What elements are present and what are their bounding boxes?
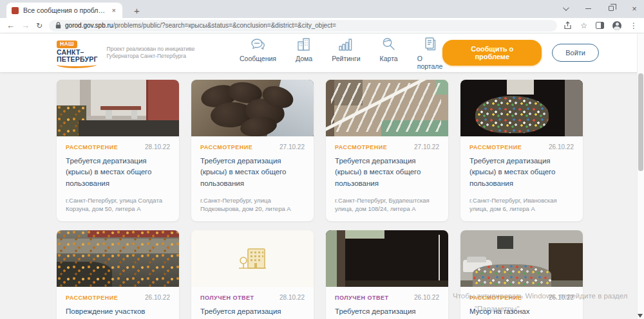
card-address: г.Санкт-Петербург, Будапештская улица, д… <box>335 196 439 214</box>
status-badge: РАССМОТРЕНИЕ <box>66 144 118 150</box>
nav-label: Карта <box>380 55 398 62</box>
card-photo-dark-hallway <box>326 230 448 287</box>
favicon <box>12 7 19 14</box>
status-badge: РАССМОТРЕНИЕ <box>66 295 118 301</box>
window-chevron-icon[interactable] <box>560 4 569 13</box>
nav-label: Рейтинги <box>332 55 360 62</box>
reports-grid: РАССМОТРЕНИЕ 28.10.22 Требуется дератиза… <box>0 72 644 319</box>
window-close-button[interactable]: × <box>630 4 639 13</box>
share-icon[interactable] <box>564 21 572 30</box>
card-title: Требуется дератизация (крысы) в местах о… <box>335 156 439 189</box>
nav-label: Дома <box>296 55 312 62</box>
site-logo[interactable]: НАШ САНКТ– ПЕТЕРБУРГ <box>57 37 98 68</box>
card-title: Требуется дератизация (крысы) в местах о… <box>335 306 439 319</box>
card-date: 26.10.22 <box>414 294 439 301</box>
report-card[interactable]: РАССМОТРЕНИЕ 26.10.22 Повреждение участк… <box>57 230 179 319</box>
header-tagline: Проект реализован по инициативе Губернат… <box>107 46 197 60</box>
documents-icon <box>422 36 439 53</box>
card-date: 26.10.22 <box>145 294 170 301</box>
status-badge: РАССМОТРЕНИЕ <box>469 144 522 150</box>
card-address: г.Санкт-Петербург, Ивановская улица, дом… <box>469 196 574 214</box>
report-card[interactable]: РАССМОТРЕНИЕ 26.10.22 Требуется дератиза… <box>460 80 583 221</box>
card-date: 27.10.22 <box>414 143 439 150</box>
card-photo-placeholder <box>191 230 314 287</box>
report-card[interactable]: РАССМОТРЕНИЕ 28.10.22 Требуется дератиза… <box>57 80 179 221</box>
address-bar[interactable]: gorod.gov.spb.ru/problems/public/?search… <box>49 20 557 32</box>
login-button[interactable]: Войти <box>552 44 599 62</box>
tab-title: Все сообщения о проблемах — <box>23 6 106 14</box>
card-title: Требуется дератизация (крысы) в местах о… <box>200 156 305 189</box>
forward-button[interactable]: → <box>21 21 30 30</box>
url-text: gorod.gov.spb.ru/problems/public/?search… <box>65 22 336 29</box>
browser-menu-icon[interactable]: ⋮ <box>630 21 638 30</box>
window-minimize-button[interactable] <box>583 4 592 13</box>
report-card[interactable]: РАССМОТРЕНИЕ 27.10.22 Требуется дератиза… <box>326 80 448 221</box>
report-card[interactable]: ПОЛУЧЕН ОТВЕТ 26.10.22 Требуется дератиз… <box>326 230 448 319</box>
logo-badge: НАШ <box>57 41 77 48</box>
card-title: Требуется дератизация (крысы) в местах о… <box>200 306 305 319</box>
card-photo-stairwell <box>326 80 448 136</box>
map-search-icon <box>381 36 397 53</box>
report-card[interactable]: ПОЛУЧЕН ОТВЕТ 28.10.22 Требуется дератиз… <box>191 230 314 319</box>
back-button[interactable]: ← <box>6 21 15 30</box>
card-body: РАССМОТРЕНИЕ 28.10.22 Требуется дератиза… <box>57 136 179 221</box>
nav-item-ratings[interactable]: Рейтинги <box>332 36 360 70</box>
logo-swoosh <box>57 64 97 68</box>
card-body: ПОЛУЧЕН ОТВЕТ 26.10.22 Требуется дератиз… <box>326 287 448 319</box>
card-date: 26.10.22 <box>549 294 574 301</box>
card-address: г.Санкт-Петербург, улица Солдата Корзуна… <box>66 196 170 214</box>
card-title: Требуется дератизация (крысы) в местах о… <box>469 156 574 189</box>
card-body: РАССМОТРЕНИЕ 26.10.22 Мусор на газонах (… <box>460 287 583 319</box>
card-body: РАССМОТРЕНИЕ 26.10.22 Требуется дератиза… <box>460 136 583 221</box>
tab-close-icon[interactable]: × <box>111 6 117 14</box>
scrollbar-thumb[interactable] <box>638 73 643 171</box>
card-photo-rats <box>191 80 314 136</box>
report-problem-button[interactable]: Сообщить о проблеме <box>442 40 542 66</box>
card-date: 26.10.22 <box>549 143 574 150</box>
card-date: 28.10.22 <box>279 294 305 301</box>
nav-item-houses[interactable]: Дома <box>296 36 312 70</box>
scrollbar-down-arrow-icon[interactable] <box>638 314 643 318</box>
page-scrollbar[interactable] <box>637 33 644 319</box>
reload-button[interactable]: ↻ <box>36 21 43 30</box>
card-body: РАССМОТРЕНИЕ 27.10.22 Требуется дератиза… <box>326 136 448 221</box>
status-badge: ПОЛУЧЕН ОТВЕТ <box>200 295 254 301</box>
card-date: 27.10.22 <box>279 143 305 150</box>
status-badge: ПОЛУЧЕН ОТВЕТ <box>335 295 388 301</box>
main-navigation: Сообщения Дома Рейтинги Карта <box>240 36 442 70</box>
building-placeholder-icon <box>238 245 267 272</box>
tab-strip: Все сообщения о проблемах — × + × <box>0 0 644 18</box>
card-body: РАССМОТРЕНИЕ 26.10.22 Повреждение участк… <box>57 287 179 319</box>
card-photo-bench <box>57 80 179 136</box>
card-title: Мусор на газонах (крупногабаритные объек… <box>469 306 574 319</box>
site-header: НАШ САНКТ– ПЕТЕРБУРГ Проект реализован п… <box>0 33 644 72</box>
side-panel-icon[interactable] <box>596 22 604 29</box>
card-photo-foundation <box>57 230 179 287</box>
nav-item-about[interactable]: О портале <box>417 36 443 70</box>
card-title: Повреждение участков цоколя, отмостки, п… <box>66 306 170 319</box>
window-restore-button[interactable] <box>607 4 616 13</box>
lock-icon <box>55 22 61 29</box>
nav-item-map[interactable]: Карта <box>380 36 398 70</box>
card-date: 28.10.22 <box>145 143 170 150</box>
card-body: РАССМОТРЕНИЕ 27.10.22 Требуется дератиза… <box>191 136 314 221</box>
bar-chart-icon <box>337 36 354 53</box>
card-photo-basement-trash <box>460 80 583 136</box>
report-card[interactable]: РАССМОТРЕНИЕ 26.10.22 Мусор на газонах (… <box>460 230 583 319</box>
browser-tab[interactable]: Все сообщения о проблемах — × <box>6 3 122 18</box>
profile-avatar-icon[interactable] <box>612 21 621 30</box>
chat-bubbles-icon <box>250 36 267 53</box>
card-address: г.Санкт-Петербург, улица Подковырова, до… <box>200 196 305 214</box>
nav-label: О портале <box>417 55 443 70</box>
buildings-icon <box>296 36 312 53</box>
bookmark-star-icon[interactable]: ☆ <box>580 21 587 30</box>
status-badge: РАССМОТРЕНИЕ <box>335 144 387 150</box>
new-tab-button[interactable]: + <box>130 3 144 18</box>
nav-item-messages[interactable]: Сообщения <box>240 36 276 70</box>
card-body: ПОЛУЧЕН ОТВЕТ 28.10.22 Требуется дератиз… <box>191 287 314 319</box>
logo-text-line2: ПЕТЕРБУРГ <box>57 56 98 63</box>
status-badge: РАССМОТРЕНИЕ <box>469 295 522 301</box>
status-badge: РАССМОТРЕНИЕ <box>200 144 252 150</box>
report-card[interactable]: РАССМОТРЕНИЕ 27.10.22 Требуется дератиза… <box>191 80 314 221</box>
browser-toolbar: ← → ↻ gorod.gov.spb.ru/problems/public/?… <box>0 18 644 33</box>
